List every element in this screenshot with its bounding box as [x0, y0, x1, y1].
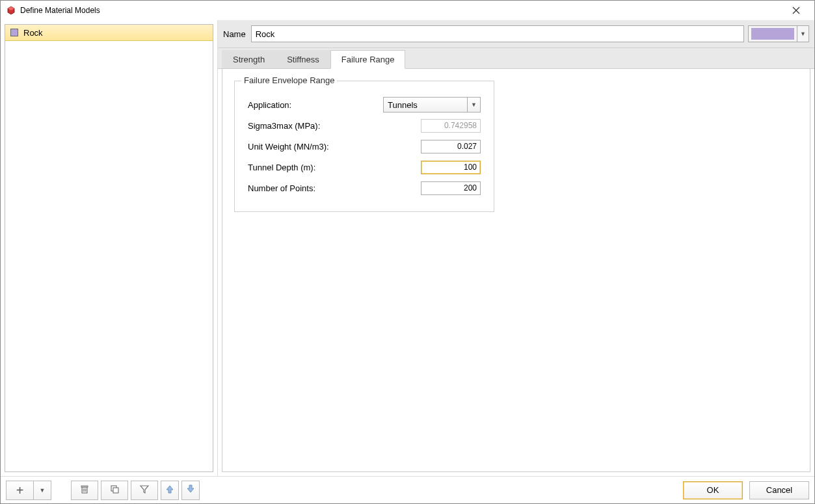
- svg-marker-12: [167, 486, 173, 493]
- label-num-points: Number of Points:: [248, 183, 383, 193]
- label-sigma3max: Sigma3max (MPa):: [248, 121, 383, 131]
- input-unit-weight[interactable]: [421, 140, 481, 153]
- tab-strength[interactable]: Strength: [222, 50, 276, 68]
- select-application[interactable]: Tunnels ▼: [383, 97, 481, 113]
- materials-list[interactable]: Rock: [5, 24, 213, 472]
- material-swatch: [10, 29, 18, 36]
- row-sigma3max: Sigma3max (MPa):: [248, 115, 481, 136]
- tab-failure-range[interactable]: Failure Range: [330, 50, 406, 69]
- materials-pane: Rock: [1, 20, 217, 476]
- material-row[interactable]: Rock: [5, 24, 213, 41]
- row-tunnel-depth: Tunnel Depth (m):: [248, 157, 481, 178]
- select-value: Tunnels: [384, 100, 467, 110]
- app-icon: [6, 5, 16, 16]
- copy-button[interactable]: [101, 481, 128, 500]
- svg-rect-10: [113, 488, 118, 493]
- arrow-down-icon: [185, 484, 196, 496]
- add-dropdown[interactable]: ▼: [33, 481, 51, 500]
- footer: + ▼: [1, 476, 814, 503]
- editor-pane: Name ▼ Strength Stiffness Failure Range …: [217, 20, 814, 476]
- filter-icon: [139, 484, 150, 496]
- titlebar: Define Material Models: [1, 1, 814, 20]
- content-area: Rock Name ▼ Strength Stiffness Failure R…: [1, 20, 814, 476]
- input-num-points[interactable]: [421, 181, 481, 195]
- add-split-button: + ▼: [6, 481, 51, 500]
- input-tunnel-depth[interactable]: [421, 161, 481, 174]
- add-button[interactable]: +: [6, 481, 33, 500]
- row-num-points: Number of Points:: [248, 178, 481, 198]
- group-title: Failure Envelope Range: [241, 75, 337, 85]
- cancel-button[interactable]: Cancel: [749, 481, 809, 499]
- trash-icon: [79, 484, 90, 496]
- move-up-button[interactable]: [161, 481, 179, 500]
- move-down-button[interactable]: [181, 481, 200, 500]
- material-name-input[interactable]: [251, 25, 744, 42]
- chevron-down-icon[interactable]: ▼: [797, 26, 808, 42]
- color-preview: [751, 28, 794, 40]
- row-application: Application: Tunnels ▼: [248, 94, 481, 115]
- name-label: Name: [223, 29, 247, 39]
- label-application: Application:: [248, 100, 383, 110]
- tab-strip: Strength Stiffness Failure Range: [218, 48, 814, 69]
- name-row: Name ▼: [218, 20, 814, 48]
- chevron-down-icon[interactable]: ▼: [467, 98, 480, 112]
- color-picker[interactable]: ▼: [748, 25, 809, 42]
- delete-button[interactable]: [71, 481, 98, 500]
- chevron-down-icon: ▼: [40, 487, 46, 494]
- svg-rect-8: [81, 486, 88, 487]
- close-button[interactable]: [783, 1, 809, 20]
- plus-icon: +: [16, 484, 24, 497]
- svg-marker-11: [140, 486, 148, 493]
- row-unit-weight: Unit Weight (MN/m3):: [248, 136, 481, 157]
- label-unit-weight: Unit Weight (MN/m3):: [248, 142, 383, 152]
- window-title: Define Material Models: [20, 6, 783, 15]
- group-failure-envelope-range: Failure Envelope Range Application: Tunn…: [234, 81, 494, 212]
- tab-stiffness[interactable]: Stiffness: [276, 50, 330, 68]
- ok-button[interactable]: OK: [683, 481, 743, 499]
- tab-body-failure-range: Failure Envelope Range Application: Tunn…: [222, 69, 810, 472]
- svg-marker-13: [187, 485, 194, 492]
- dialog-define-material-models: Define Material Models Rock Name ▼: [0, 0, 815, 504]
- filter-button[interactable]: [131, 481, 158, 500]
- input-sigma3max: [421, 119, 481, 133]
- label-tunnel-depth: Tunnel Depth (m):: [248, 163, 383, 172]
- arrow-up-icon: [165, 484, 175, 496]
- material-name: Rock: [23, 28, 43, 38]
- copy-icon: [109, 484, 120, 496]
